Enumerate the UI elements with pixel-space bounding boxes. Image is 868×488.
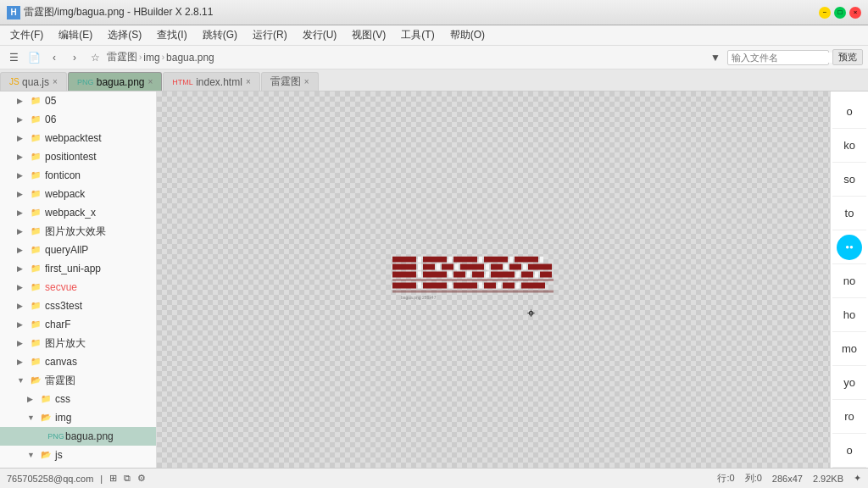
sidebar-item-css[interactable]: ▶ 📁 css [0,390,156,408]
spacer [37,466,47,468]
tab-close-leiting[interactable]: × [304,77,309,86]
tab-leiting[interactable]: 雷霆图 × [261,72,319,91]
window-controls[interactable]: − □ × [819,7,861,19]
folder-icon: 📁 [29,263,42,274]
tab-close-qua-js[interactable]: × [53,77,58,86]
sidebar-item-webpacktest[interactable]: ▶ 📁 webpacktest [0,129,156,147]
right-item-ko[interactable]: ko [832,129,866,163]
menu-find[interactable]: 查找(I) [150,26,193,44]
svg-rect-31 [491,272,515,278]
right-item-mo[interactable]: mo [832,332,866,366]
sidebar-item-secvue[interactable]: ▶ 📁 secvue [0,278,156,297]
right-item-o1[interactable]: o [832,95,866,129]
menu-file[interactable]: 文件(F) [3,26,50,44]
folder-icon: 📁 [29,319,42,330]
right-label-o2: o [846,444,852,457]
arrow-icon: ▶ [17,298,27,313]
toolbar-back[interactable]: ‹ [46,49,63,66]
breadcrumb-root[interactable]: 雷霆图 [107,50,137,64]
tab-bagua-png[interactable]: PNG bagua.png × [68,72,162,91]
right-label-ro: ro [844,410,854,423]
menu-help[interactable]: 帮助(O) [443,26,492,44]
search-bar: 🔍 [727,50,829,65]
sidebar-item-js-folder[interactable]: ▼ 📂 js [0,446,156,464]
sidebar-item-img-folder[interactable]: ▼ 📂 img [0,408,156,427]
chat-bubble[interactable]: ●● [837,235,862,260]
svg-rect-45 [503,283,515,289]
tab-index-html[interactable]: HTML index.html × [163,72,259,91]
sidebar-item-05[interactable]: ▶ 📁 05 [0,92,156,110]
arrow-icon: ▶ [17,130,27,146]
right-item-o2[interactable]: o [832,434,866,468]
menu-tools[interactable]: 工具(T) [394,26,441,44]
menu-select[interactable]: 选择(S) [101,26,148,44]
svg-rect-7 [509,257,513,263]
arrow-open-icon: ▼ [27,410,37,425]
svg-rect-0 [392,257,416,263]
menu-view[interactable]: 视图(V) [345,26,392,44]
right-item-ho[interactable]: ho [832,298,866,332]
toolbar-sidebar-toggle[interactable]: ☰ [5,49,22,66]
sidebar-label-secvue: secvue [45,280,77,295]
sidebar-item-leiting[interactable]: ▼ 📂 雷霆图 [0,371,156,390]
minimize-button[interactable]: − [819,7,831,19]
svg-rect-41 [453,283,477,289]
breadcrumb-file[interactable]: bagua.png [166,52,214,64]
menu-goto[interactable]: 跳转(G) [196,26,244,44]
sidebar-item-css3test[interactable]: ▶ 📁 css3test [0,297,156,315]
menu-edit[interactable]: 编辑(E) [52,26,99,44]
sidebar-label-bagua-png: bagua.png [65,429,114,444]
breadcrumb-img[interactable]: img [143,52,159,64]
sidebar-label-positiontest: positiontest [45,149,97,164]
right-item-so[interactable]: so [832,163,866,197]
sidebar-label-06: 06 [45,112,56,127]
sidebar-item-webpack[interactable]: ▶ 📁 webpack [0,185,156,203]
sidebar-item-img-big[interactable]: ▶ 📁 图片放大 [0,334,156,352]
right-item-to[interactable]: to [832,197,866,230]
arrow-icon: ▶ [17,317,27,332]
title-bar: H 雷霆图/img/bagua.png - HBuilder X 2.8.11 … [0,0,868,25]
sidebar-item-bagua-png[interactable]: PNG bagua.png [0,427,156,446]
toolbar-forward[interactable]: › [66,49,83,66]
menu-publish[interactable]: 发行(U) [296,26,344,44]
sidebar-item-img-zoom[interactable]: ▶ 📁 图片放大效果 [0,222,156,241]
sidebar-label-img-folder: img [55,410,71,425]
sidebar-item-gua-js[interactable]: JS gua.js [0,464,156,468]
tab-close-index-html[interactable]: × [246,77,251,86]
right-item-ro[interactable]: ro [832,400,866,434]
right-label-mo: mo [842,342,857,355]
app-icon: H [7,6,20,19]
search-input[interactable] [732,53,849,63]
svg-rect-30 [486,272,489,278]
sidebar-item-positiontest[interactable]: ▶ 📁 positiontest [0,147,156,166]
sidebar-item-canvas[interactable]: ▶ 📁 canvas [0,352,156,371]
toolbar-icon-grid: ⊞ [109,473,117,484]
svg-rect-25 [423,272,447,278]
toolbar-new-file[interactable]: 📄 [25,49,42,66]
arrow-icon: ▶ [17,261,27,276]
toolbar-star[interactable]: ☆ [86,49,103,66]
sidebar-item-first-uni-app[interactable]: ▶ 📁 first_uni-app [0,259,156,278]
close-button[interactable]: × [849,7,861,19]
right-item-yo[interactable]: yo [832,366,866,400]
right-item-no[interactable]: ●● [832,230,866,264]
right-item-no2[interactable]: no [832,264,866,298]
menu-run[interactable]: 运行(R) [246,26,294,44]
sidebar-item-webpack-x[interactable]: ▶ 📁 webpack_x [0,203,156,222]
sidebar-item-queryallp[interactable]: ▶ 📁 queryAllP [0,241,156,259]
sidebar-item-charf[interactable]: ▶ 📁 charF [0,315,156,334]
preview-button[interactable]: 预览 [832,49,863,65]
status-separator1: | [100,474,103,484]
toolbar-filter[interactable]: ▼ [707,49,724,66]
svg-rect-14 [442,264,453,270]
sidebar: ▶ 📁 05 ▶ 📁 06 ▶ 📁 webpacktest ▶ 📁 positi… [0,92,157,468]
sidebar-item-06[interactable]: ▶ 📁 06 [0,110,156,129]
tab-qua-js[interactable]: JS qua.js × [0,72,67,91]
status-dimensions: 286x47 [772,474,803,484]
maximize-button[interactable]: □ [834,7,846,19]
folder-icon: 📁 [29,301,42,311]
status-col: 列:0 [745,472,762,485]
sidebar-item-fonticon[interactable]: ▶ 📁 fonticon [0,166,156,185]
tab-close-bagua-png[interactable]: × [147,77,153,86]
folder-icon: 📁 [29,114,42,125]
